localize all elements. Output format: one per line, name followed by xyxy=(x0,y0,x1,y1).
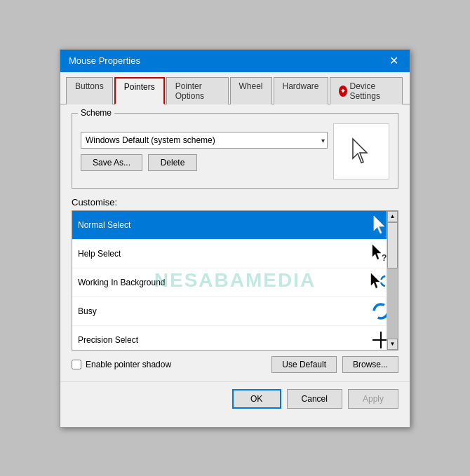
title-bar: Mouse Properties ✕ xyxy=(60,50,410,72)
list-item[interactable]: Busy xyxy=(72,297,398,326)
pointer-shadow-checkbox[interactable] xyxy=(72,360,81,369)
list-item[interactable]: Normal Select xyxy=(72,211,398,240)
customise-section: Customise: Normal Select Help Se xyxy=(72,197,398,373)
dialog-footer: OK Cancel Apply xyxy=(60,381,410,416)
tab-bar: Buttons Pointers Pointer Options Wheel H… xyxy=(60,72,410,104)
apply-button[interactable]: Apply xyxy=(348,389,398,409)
scheme-select[interactable]: Windows Default (system scheme) Windows … xyxy=(81,132,328,149)
scroll-thumb[interactable] xyxy=(387,222,398,268)
scrollbar[interactable]: ▲ ▼ xyxy=(387,211,398,350)
scheme-select-container: Windows Default (system scheme) Windows … xyxy=(81,132,328,149)
tab-content: Scheme Windows Default (system scheme) W… xyxy=(60,104,410,381)
svg-point-6 xyxy=(374,304,388,318)
svg-marker-4 xyxy=(371,273,380,288)
browse-button[interactable]: Browse... xyxy=(342,356,398,373)
item-busy: Busy xyxy=(78,306,370,316)
item-precision-select: Precision Select xyxy=(78,335,370,345)
tab-hardware[interactable]: Hardware xyxy=(274,77,328,104)
scheme-row: Windows Default (system scheme) Windows … xyxy=(81,123,389,179)
item-help-select: Help Select xyxy=(78,249,370,259)
scheme-buttons: Save As... Delete xyxy=(81,154,328,171)
tab-buttons[interactable]: Buttons xyxy=(66,77,113,104)
svg-marker-2 xyxy=(372,245,381,259)
delete-button[interactable]: Delete xyxy=(148,154,197,171)
bottom-controls: Enable pointer shadow Use Default Browse… xyxy=(72,356,398,373)
svg-marker-0 xyxy=(353,139,367,163)
list-item[interactable]: Help Select ? xyxy=(72,240,398,268)
scheme-area: Windows Default (system scheme) Windows … xyxy=(81,132,328,171)
cursor-list[interactable]: Normal Select Help Select xyxy=(72,210,398,351)
mouse-properties-dialog: Mouse Properties ✕ Buttons Pointers Poin… xyxy=(60,49,410,428)
tab-pointer-options[interactable]: Pointer Options xyxy=(166,77,229,104)
ok-button[interactable]: OK xyxy=(232,389,281,409)
scheme-group: Scheme Windows Default (system scheme) W… xyxy=(72,113,398,189)
svg-marker-1 xyxy=(374,216,384,233)
tab-pointers[interactable]: Pointers xyxy=(114,77,165,104)
tab-wheel[interactable]: Wheel xyxy=(230,77,272,104)
cursor-list-wrapper: Normal Select Help Select xyxy=(72,210,398,351)
use-default-button[interactable]: Use Default xyxy=(271,356,337,373)
scroll-track[interactable] xyxy=(387,222,398,339)
cancel-button[interactable]: Cancel xyxy=(287,389,342,409)
save-as-button[interactable]: Save As... xyxy=(81,154,142,171)
preview-cursor-icon xyxy=(350,137,372,165)
device-icon: ✦ xyxy=(339,86,347,97)
scroll-up-button[interactable]: ▲ xyxy=(387,211,398,222)
pointer-shadow-label[interactable]: Enable pointer shadow xyxy=(72,360,266,369)
item-normal-select: Normal Select xyxy=(78,220,370,230)
list-item[interactable]: Working In Background xyxy=(72,268,398,297)
dialog-title: Mouse Properties xyxy=(69,55,140,66)
cursor-preview xyxy=(333,123,389,179)
scheme-label: Scheme xyxy=(78,108,114,118)
close-button[interactable]: ✕ xyxy=(387,55,401,67)
customise-label: Customise: xyxy=(72,197,398,208)
scroll-down-button[interactable]: ▼ xyxy=(387,339,398,350)
tab-device-settings[interactable]: ✦ Device Settings xyxy=(330,77,403,104)
item-working-background: Working In Background xyxy=(78,278,370,287)
list-item[interactable]: Precision Select xyxy=(72,326,398,351)
pointer-shadow-text: Enable pointer shadow xyxy=(86,360,171,369)
